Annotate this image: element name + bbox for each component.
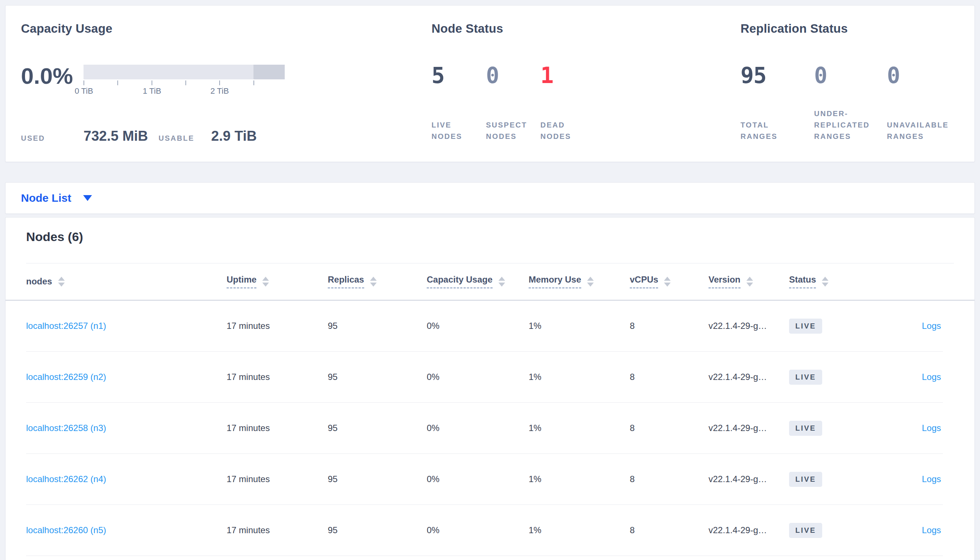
logs-link[interactable]: Logs <box>922 372 941 382</box>
vcpus-cell: 8 <box>630 525 709 535</box>
axis-tick <box>219 80 220 85</box>
uptime-cell: 17 minutes <box>227 525 328 535</box>
replicas-cell: 95 <box>328 372 427 382</box>
suspect-nodes-count: 0 <box>486 61 499 90</box>
axis-tick <box>152 80 152 85</box>
axis-tick <box>186 80 186 85</box>
col-header-uptime[interactable]: Uptime <box>227 275 328 288</box>
suspect-nodes-label: SUSPECT NODES <box>486 119 537 142</box>
memory-cell: 1% <box>528 525 630 535</box>
uptime-cell: 17 minutes <box>227 423 328 433</box>
status-badge: LIVE <box>789 421 822 436</box>
total-ranges-label: TOTAL RANGES <box>741 119 792 142</box>
node-link[interactable]: localhost:26260 (n5) <box>26 525 106 535</box>
sort-arrows-icon <box>587 277 594 287</box>
usable-value: 2.9 TiB <box>211 128 257 144</box>
uptime-cell: 17 minutes <box>227 474 328 484</box>
replication-status-title: Replication Status <box>741 22 848 36</box>
status-badge: LIVE <box>789 370 822 385</box>
vcpus-cell: 8 <box>630 321 709 331</box>
version-cell: v22.1.4-29-g… <box>709 321 789 331</box>
total-ranges-count: 95 <box>741 61 766 90</box>
col-header-nodes[interactable]: nodes <box>26 276 227 287</box>
unavailable-ranges-count: 0 <box>887 61 900 90</box>
dead-nodes-label: DEAD NODES <box>540 119 586 142</box>
memory-cell: 1% <box>528 372 630 382</box>
version-cell: v22.1.4-29-g… <box>709 423 789 433</box>
unavailable-ranges-label: UNAVAILABLE RANGES <box>887 119 968 142</box>
replicas-cell: 95 <box>328 423 427 433</box>
version-cell: v22.1.4-29-g… <box>709 372 789 382</box>
vcpus-cell: 8 <box>630 474 709 484</box>
uptime-cell: 17 minutes <box>227 372 328 382</box>
table-row: localhost:26257 (n1) 17 minutes 95 0% 1%… <box>26 301 943 352</box>
col-header-version[interactable]: Version <box>709 275 789 288</box>
sort-arrows-icon <box>58 277 65 287</box>
table-row: localhost:26258 (n3) 17 minutes 95 0% 1%… <box>26 403 943 454</box>
logs-link[interactable]: Logs <box>922 423 941 433</box>
capacity-usage-bar <box>84 65 285 79</box>
dead-nodes-count: 1 <box>540 61 553 90</box>
live-nodes-count: 5 <box>431 61 444 90</box>
node-status-title: Node Status <box>431 22 503 36</box>
col-header-memory-use[interactable]: Memory Use <box>528 275 630 288</box>
vcpus-cell: 8 <box>630 372 709 382</box>
version-cell: v22.1.4-29-g… <box>709 525 789 535</box>
axis-tick <box>253 80 254 85</box>
table-row: localhost:26259 (n2) 17 minutes 95 0% 1%… <box>26 352 943 403</box>
vcpus-cell: 8 <box>630 423 709 433</box>
nodes-table-title: Nodes (6) <box>26 228 83 245</box>
chevron-down-icon <box>83 195 92 201</box>
logs-link[interactable]: Logs <box>922 525 941 535</box>
replicas-cell: 95 <box>328 321 427 331</box>
axis-tick <box>117 80 118 85</box>
version-cell: v22.1.4-29-g… <box>709 474 789 484</box>
axis-tick-label: 1 TiB <box>126 87 178 96</box>
uptime-cell: 17 minutes <box>227 321 328 331</box>
node-link[interactable]: localhost:26258 (n3) <box>26 423 106 433</box>
col-header-capacity-usage[interactable]: Capacity Usage <box>427 275 528 288</box>
capacity-cell: 0% <box>427 423 528 433</box>
memory-cell: 1% <box>528 423 630 433</box>
usable-label: USABLE <box>159 134 194 143</box>
axis-tick-label: 2 TiB <box>194 87 245 96</box>
table-header-row: nodes Uptime Replicas Capacity Usage Mem… <box>5 263 975 300</box>
sort-arrows-icon <box>262 277 269 287</box>
status-badge: LIVE <box>789 523 822 538</box>
sort-arrows-icon <box>664 277 671 287</box>
view-selector-panel: Node List <box>5 182 975 214</box>
memory-cell: 1% <box>528 474 630 484</box>
logs-link[interactable]: Logs <box>922 321 941 331</box>
cluster-summary-panel: Capacity Usage 0.0% 0 TiB 1 TiB 2 TiB US… <box>5 5 975 162</box>
table-row: localhost:26262 (n4) 17 minutes 95 0% 1%… <box>26 454 943 505</box>
sort-arrows-icon <box>746 277 753 287</box>
live-nodes-label: LIVE NODES <box>431 119 478 142</box>
node-link[interactable]: localhost:26257 (n1) <box>26 321 106 331</box>
logs-link[interactable]: Logs <box>922 474 941 484</box>
sort-arrows-icon <box>822 277 828 287</box>
capacity-bar-reserved-segment <box>253 65 285 79</box>
col-header-status[interactable]: Status <box>789 275 865 288</box>
memory-cell: 1% <box>528 321 630 331</box>
capacity-cell: 0% <box>427 474 528 484</box>
col-header-replicas[interactable]: Replicas <box>328 275 427 288</box>
node-list-dropdown[interactable]: Node List <box>21 183 92 213</box>
used-label: USED <box>21 134 45 143</box>
sort-arrows-icon <box>498 277 505 287</box>
capacity-cell: 0% <box>427 372 528 382</box>
replicas-cell: 95 <box>328 474 427 484</box>
table-body: localhost:26257 (n1) 17 minutes 95 0% 1%… <box>5 301 975 556</box>
used-value: 732.5 MiB <box>84 128 148 144</box>
capacity-percent: 0.0% <box>21 63 73 89</box>
status-badge: LIVE <box>789 472 822 487</box>
replicas-cell: 95 <box>328 525 427 535</box>
node-list-dropdown-label: Node List <box>21 192 71 204</box>
axis-tick <box>84 80 84 85</box>
col-header-vcpus[interactable]: vCPUs <box>630 275 709 288</box>
node-link[interactable]: localhost:26262 (n4) <box>26 474 106 484</box>
table-row: localhost:26260 (n5) 17 minutes 95 0% 1%… <box>26 505 943 556</box>
capacity-cell: 0% <box>427 321 528 331</box>
node-link[interactable]: localhost:26259 (n2) <box>26 372 106 382</box>
sort-arrows-icon <box>370 277 377 287</box>
capacity-usage-title: Capacity Usage <box>21 22 112 36</box>
